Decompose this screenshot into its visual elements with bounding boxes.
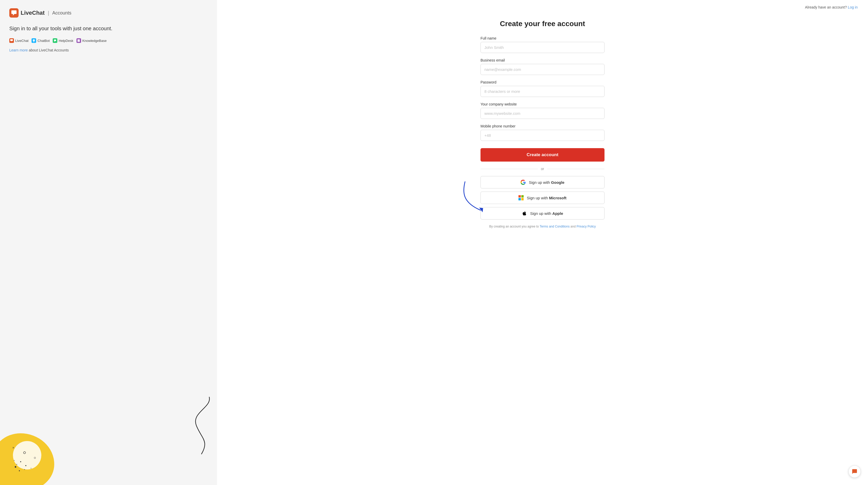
phone-label: Mobile phone number [480,124,604,128]
sign-up-apple-button[interactable]: Sign up with Apple [480,207,604,220]
svg-point-8 [20,461,21,462]
svg-point-13 [14,460,15,461]
phone-group: Mobile phone number [480,124,604,141]
full-name-label: Full name [480,36,604,40]
website-group: Your company website [480,102,604,119]
top-bar: Already have an account? Log in [217,0,868,15]
svg-point-9 [25,465,26,466]
chatbot-product-icon [32,38,36,43]
full-name-group: Full name [480,36,604,53]
left-panel: LiveChat | Accounts Sign in to all your … [0,0,217,485]
helpdesk-product-icon [53,38,57,43]
apple-icon [522,211,527,216]
email-label: Business email [480,58,604,62]
ms-blue-square [519,198,521,200]
knowledgebase-label: KnowledgeBase [83,39,107,42]
website-input[interactable] [480,108,604,119]
sign-up-microsoft-button[interactable]: Sign up with Microsoft [480,192,604,204]
svg-point-17 [34,457,36,459]
password-input[interactable] [480,86,604,97]
ms-red-square [519,195,521,198]
learn-more-link[interactable]: Learn more [9,48,28,52]
sign-up-google-button[interactable]: Sign up with Google [480,176,604,189]
ms-yellow-square [521,198,524,200]
microsoft-btn-label: Sign up with Microsoft [527,196,566,200]
svg-point-14 [31,468,32,469]
knowledgebase-product-icon [76,38,81,43]
logo-brand: LiveChat [21,9,45,16]
livechat-label: LiveChat [15,39,28,42]
login-link[interactable]: Log in [848,5,858,9]
curve-decoration [176,392,217,464]
phone-input[interactable] [480,130,604,141]
already-text: Already have an account? [805,5,847,9]
apple-btn-label: Sign up with Apple [530,211,563,216]
learn-more-text: Learn more about LiveChat Accounts [9,48,208,52]
white-circle [13,441,41,469]
create-account-button[interactable]: Create account [480,148,604,162]
product-livechat: LiveChat [9,38,28,43]
ms-green-square [521,195,524,198]
terms-link[interactable]: Terms and Conditions [540,225,570,228]
svg-text:×: × [12,446,14,450]
product-knowledgebase: KnowledgeBase [76,38,107,43]
svg-point-11 [24,469,25,470]
svg-point-7 [15,466,16,468]
website-label: Your company website [480,102,604,106]
social-buttons: Sign up with Google Sign up with Microso… [480,176,604,220]
google-btn-label: Sign up with Google [529,180,564,184]
right-panel: Already have an account? Log in Create y… [217,0,868,485]
svg-point-12 [17,464,17,465]
microsoft-icon [519,195,524,200]
email-group: Business email [480,58,604,75]
google-icon [521,180,526,185]
page-title: Create your free account [500,20,585,28]
chatbot-label: ChatBot [37,39,50,42]
svg-rect-4 [33,41,34,42]
or-text: or [541,167,544,171]
password-group: Password [480,80,604,97]
chat-button[interactable] [848,465,861,478]
helpdesk-label: HelpDesk [59,39,73,42]
yellow-blob [0,433,54,485]
product-chatbot: ChatBot [32,38,50,43]
full-name-input[interactable] [480,42,604,53]
privacy-link[interactable]: Privacy Policy [577,225,596,228]
password-label: Password [480,80,604,84]
logo-section: Accounts [52,10,71,16]
svg-point-3 [33,39,35,41]
livechat-logo-icon [9,8,19,18]
chat-icon [852,469,858,475]
svg-point-10 [19,470,20,471]
signup-form: Full name Business email Password Your c… [480,36,604,228]
or-divider: or [480,167,604,171]
email-input[interactable] [480,64,604,75]
dots-decoration: × [5,428,57,480]
tagline: Sign in to all your tools with just one … [9,25,208,32]
terms-text: By creating an account you agree to Term… [480,225,604,228]
livechat-product-icon [9,38,14,43]
product-list: LiveChat ChatBot HelpDesk KnowledgeBase [9,38,208,43]
decoration-area: × [0,218,217,485]
form-container: Create your free account Full name Busin… [217,15,868,485]
logo-area: LiveChat | Accounts [9,8,208,18]
logo-separator: | [48,10,49,16]
svg-point-16 [24,452,26,454]
product-helpdesk: HelpDesk [53,38,73,43]
